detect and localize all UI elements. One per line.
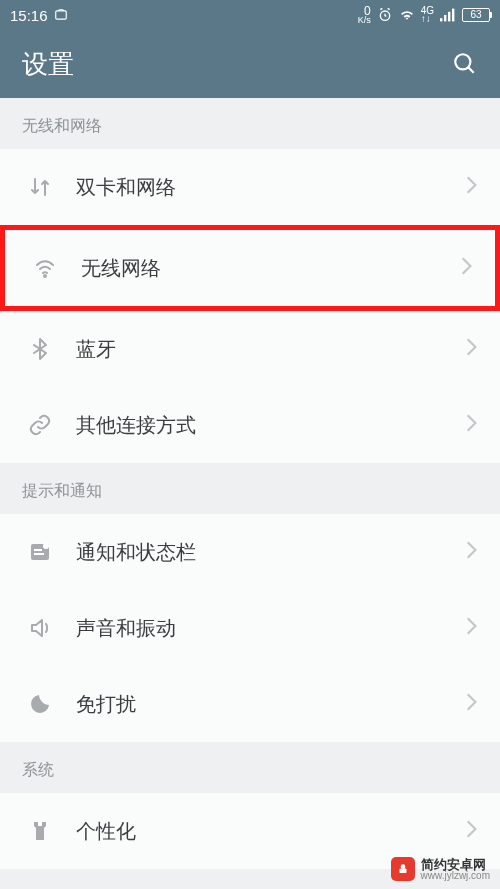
settings-item-label: 免打扰	[76, 691, 136, 718]
signal-icon	[440, 7, 456, 23]
badge-icon	[22, 540, 58, 564]
battery-icon: 63	[462, 8, 490, 22]
data-rate: 0 K/s	[358, 6, 371, 25]
svg-point-14	[400, 864, 405, 869]
page-title: 设置	[22, 47, 74, 82]
svg-rect-11	[34, 549, 42, 551]
chevron-right-icon	[464, 615, 478, 641]
bluetooth-icon	[22, 337, 58, 361]
svg-rect-12	[34, 553, 44, 555]
settings-item-label: 通知和状态栏	[76, 539, 196, 566]
svg-rect-4	[448, 12, 450, 22]
settings-item-sound[interactable]: 声音和振动	[0, 590, 500, 666]
link-icon	[22, 413, 58, 437]
settings-item-label: 蓝牙	[76, 336, 116, 363]
network-type: 4G ↑↓	[421, 7, 434, 23]
wifi-status-icon	[399, 7, 415, 23]
chevron-right-icon	[464, 412, 478, 438]
sound-icon	[22, 616, 58, 640]
status-time: 15:16	[10, 7, 48, 24]
section-header: 提示和通知	[0, 463, 500, 514]
screenshot-icon	[54, 8, 68, 22]
settings-item-label: 双卡和网络	[76, 174, 176, 201]
alarm-icon	[377, 7, 393, 23]
settings-item-label: 个性化	[76, 818, 136, 845]
watermark-url: www.jylzwj.com	[421, 871, 490, 881]
svg-rect-3	[444, 15, 446, 21]
settings-item-bluetooth[interactable]: 蓝牙	[0, 311, 500, 387]
svg-rect-2	[440, 18, 442, 21]
wifi-icon	[27, 256, 63, 280]
settings-item-swap[interactable]: 双卡和网络	[0, 149, 500, 225]
status-bar: 15:16 0 K/s 4G ↑↓ 63	[0, 0, 500, 30]
settings-item-label: 无线网络	[81, 255, 161, 282]
watermark-badge-icon	[391, 857, 415, 881]
svg-point-8	[44, 275, 46, 277]
svg-point-10	[43, 543, 49, 549]
settings-item-label: 其他连接方式	[76, 412, 196, 439]
search-button[interactable]	[452, 51, 478, 77]
chevron-right-icon	[464, 336, 478, 362]
chevron-right-icon	[464, 174, 478, 200]
chevron-right-icon	[459, 255, 473, 281]
chevron-right-icon	[464, 818, 478, 844]
swap-icon	[22, 175, 58, 199]
watermark: 简约安卓网 www.jylzwj.com	[387, 855, 494, 883]
theme-icon	[22, 819, 58, 843]
section-header: 无线和网络	[0, 98, 500, 149]
dnd-icon	[22, 692, 58, 716]
settings-item-dnd[interactable]: 免打扰	[0, 666, 500, 742]
settings-item-badge[interactable]: 通知和状态栏	[0, 514, 500, 590]
svg-rect-0	[55, 11, 66, 19]
settings-list: 无线和网络双卡和网络无线网络蓝牙其他连接方式提示和通知通知和状态栏声音和振动免打…	[0, 98, 500, 869]
app-header: 设置	[0, 30, 500, 98]
svg-line-7	[468, 67, 473, 72]
section-header: 系统	[0, 742, 500, 793]
watermark-title: 简约安卓网	[421, 858, 490, 871]
chevron-right-icon	[464, 539, 478, 565]
svg-rect-15	[399, 868, 406, 873]
settings-item-label: 声音和振动	[76, 615, 176, 642]
settings-item-link[interactable]: 其他连接方式	[0, 387, 500, 463]
svg-rect-5	[452, 9, 454, 22]
svg-point-6	[455, 54, 470, 69]
svg-rect-13	[38, 822, 42, 826]
settings-item-wifi[interactable]: 无线网络	[0, 225, 500, 311]
chevron-right-icon	[464, 691, 478, 717]
